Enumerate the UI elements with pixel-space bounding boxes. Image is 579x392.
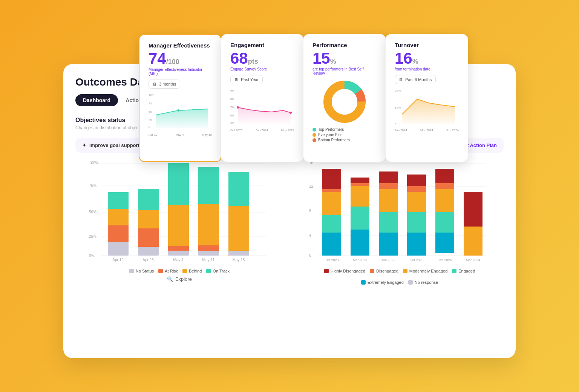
metric-subtitle-manager: Manager Effectiveness Indicator (MEI) xyxy=(149,67,212,76)
time-filter-turnover[interactable]: 🗓 Past 6 Months xyxy=(395,75,436,84)
svg-text:50: 50 xyxy=(149,110,152,113)
svg-text:10%: 10% xyxy=(395,106,401,109)
svg-text:70: 70 xyxy=(230,106,234,109)
svg-rect-76 xyxy=(351,186,369,207)
mini-chart-turnover: 20% 10% 0 xyxy=(395,88,459,126)
svg-text:75: 75 xyxy=(149,102,152,105)
svg-text:0%: 0% xyxy=(89,253,95,257)
svg-rect-84 xyxy=(379,172,398,183)
time-filter-manager[interactable]: 🗓 3 months xyxy=(149,80,180,89)
svg-rect-93 xyxy=(435,212,454,233)
legend-highly-disengaged: Highly Disengaged xyxy=(324,269,365,273)
svg-text:Apr 26: Apr 26 xyxy=(142,258,154,262)
explore-button[interactable]: 🔍 Explore xyxy=(75,276,283,282)
svg-point-13 xyxy=(237,106,239,109)
svg-rect-77 xyxy=(351,183,369,186)
svg-rect-56 xyxy=(228,251,249,256)
svg-rect-36 xyxy=(108,242,129,256)
svg-text:75%: 75% xyxy=(89,184,96,188)
chart-labels-manager: Apr 19May 4May 19 xyxy=(149,133,212,136)
svg-text:4: 4 xyxy=(309,233,311,237)
legend-engaged: Engaged xyxy=(452,269,475,273)
metric-card-turnover: Turnover 16% from termination date 🗓 Pas… xyxy=(385,34,468,162)
svg-rect-53 xyxy=(228,172,249,206)
outer-container: Manager Effectiveness 74/100 Manager Eff… xyxy=(63,34,516,358)
svg-rect-81 xyxy=(379,212,398,233)
svg-rect-40 xyxy=(138,228,159,247)
metric-value-engagement: 68pts xyxy=(230,51,294,66)
svg-rect-54 xyxy=(228,206,249,251)
time-filter-engagement[interactable]: 🗓 Past Year xyxy=(230,75,263,84)
mini-chart-engagement: 90 80 70 60 50 xyxy=(230,88,294,126)
svg-rect-78 xyxy=(351,178,369,183)
svg-text:80: 80 xyxy=(230,97,234,101)
metric-card-performance: Performance 15% are top performers in Be… xyxy=(303,34,386,162)
svg-text:50%: 50% xyxy=(89,210,96,214)
svg-rect-50 xyxy=(198,245,219,251)
tab-dashboard[interactable]: Dashboard xyxy=(75,94,118,106)
metric-title-turnover: Turnover xyxy=(395,42,459,48)
svg-rect-69 xyxy=(322,215,341,233)
svg-rect-48 xyxy=(198,167,219,204)
legend-moderately-engaged: Moderately Engaged xyxy=(403,269,448,273)
svg-rect-71 xyxy=(322,189,341,192)
right-chart-legend: Highly Disengaged Disengaged Moderately … xyxy=(296,269,504,285)
svg-text:0: 0 xyxy=(395,121,397,124)
svg-text:60: 60 xyxy=(230,114,234,117)
left-chart-legend: No Status At Risk Behind On Track xyxy=(75,269,283,273)
svg-marker-5 xyxy=(156,109,208,128)
svg-rect-51 xyxy=(198,251,219,256)
legend-disengaged: Disengaged xyxy=(370,269,398,273)
svg-text:May 4: May 4 xyxy=(173,258,184,262)
calendar-icon-turnover: 🗓 xyxy=(399,77,403,82)
metric-value-performance: 15% xyxy=(312,51,377,66)
svg-text:100%: 100% xyxy=(89,161,99,165)
svg-text:25%: 25% xyxy=(89,234,96,239)
svg-rect-88 xyxy=(407,192,426,212)
svg-rect-35 xyxy=(108,225,129,242)
svg-rect-95 xyxy=(435,183,454,189)
svg-rect-41 xyxy=(138,247,159,256)
svg-text:Apr 19: Apr 19 xyxy=(112,258,124,262)
donut-chart-performance: Top Performers Everyone Else Bottom Perf… xyxy=(312,79,377,143)
legend-no-response: No response xyxy=(408,280,438,285)
svg-text:100: 100 xyxy=(149,93,154,97)
svg-rect-72 xyxy=(322,169,341,189)
chart-labels-engagement: Oct 2023Jan 2024May 2024 xyxy=(230,129,294,132)
svg-rect-68 xyxy=(322,233,341,256)
svg-text:90: 90 xyxy=(230,89,234,92)
legend-on-track: On Track xyxy=(206,269,230,273)
svg-rect-44 xyxy=(168,205,189,246)
metric-subtitle-turnover: from termination date xyxy=(395,67,459,71)
svg-rect-43 xyxy=(168,163,189,205)
svg-rect-89 xyxy=(407,186,426,192)
svg-rect-70 xyxy=(322,192,341,215)
search-icon: 🔍 xyxy=(167,276,173,282)
svg-point-18 xyxy=(332,89,357,115)
svg-rect-83 xyxy=(379,183,398,189)
svg-point-6 xyxy=(177,109,179,112)
metric-title-performance: Performance xyxy=(312,42,377,48)
svg-rect-39 xyxy=(138,210,159,228)
metric-card-manager-effectiveness: Manager Effectiveness 74/100 Manager Eff… xyxy=(139,34,222,162)
sparkle-icon-left: ✦ xyxy=(82,142,86,148)
svg-rect-46 xyxy=(168,251,189,256)
calendar-icon-engagement: 🗓 xyxy=(234,77,239,82)
svg-rect-92 xyxy=(435,233,454,253)
chart-labels-turnover: Jan 2024Mar 2024Jun 2024 xyxy=(395,129,459,132)
svg-text:Jun 2023: Jun 2023 xyxy=(381,258,395,262)
metric-title-engagement: Engagement xyxy=(230,42,294,48)
metric-value-turnover: 16% xyxy=(395,51,459,66)
svg-rect-94 xyxy=(435,189,454,212)
calendar-icon-manager: 🗓 xyxy=(153,82,157,86)
mini-chart-manager: 100 75 50 25 0 xyxy=(149,92,212,130)
floating-cards: Manager Effectiveness 74/100 Manager Eff… xyxy=(139,34,467,162)
svg-rect-99 xyxy=(464,192,482,227)
svg-text:Mar 2023: Mar 2023 xyxy=(353,258,367,262)
svg-text:Mar 2024: Mar 2024 xyxy=(466,258,480,262)
right-bar-chart: 16 12 8 4 0 xyxy=(296,159,504,264)
svg-point-14 xyxy=(290,112,292,114)
svg-text:8: 8 xyxy=(309,209,311,213)
svg-text:Oct 2023: Oct 2023 xyxy=(410,258,424,262)
svg-rect-87 xyxy=(407,212,426,233)
